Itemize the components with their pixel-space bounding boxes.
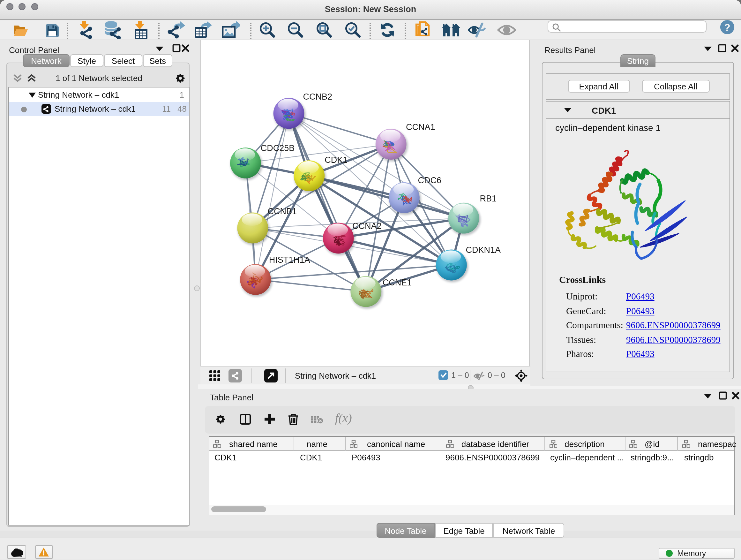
svg-text:HIST1H1A: HIST1H1A	[269, 255, 310, 265]
svg-text:CCNB2: CCNB2	[303, 92, 332, 102]
svg-text:CDK1: CDK1	[325, 155, 347, 165]
svg-text:?: ?	[724, 21, 730, 33]
svg-text:CCNA2: CCNA2	[352, 221, 382, 231]
svg-text:RB1: RB1	[480, 194, 496, 203]
svg-text:CCNE1: CCNE1	[383, 278, 412, 287]
svg-text:CDKN1A: CDKN1A	[466, 245, 501, 255]
svg-text:CCNA1: CCNA1	[406, 122, 435, 132]
svg-text:CDC25B: CDC25B	[261, 143, 295, 153]
svg-text:CDC6: CDC6	[418, 176, 442, 185]
svg-text:CCNB1: CCNB1	[268, 206, 297, 216]
